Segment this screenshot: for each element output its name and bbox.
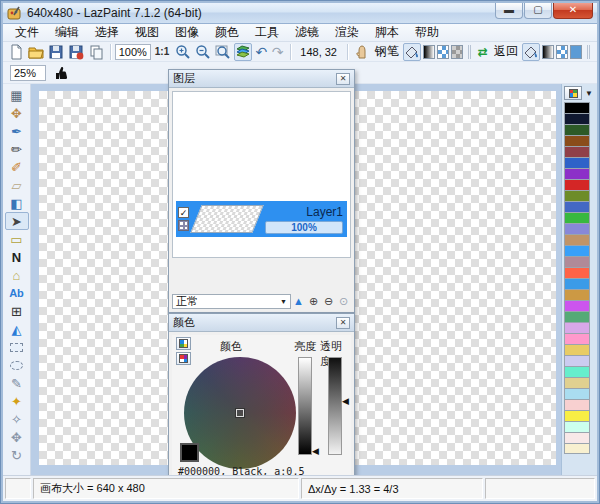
layer-opacity-droplet-icon[interactable]: ▲ [291, 295, 306, 307]
paste-color-button[interactable] [176, 352, 191, 365]
color-wheel[interactable] [184, 357, 296, 469]
select-ellipse-tool[interactable] [5, 356, 29, 374]
back-color-button[interactable] [522, 43, 540, 61]
rotate-selection-tool[interactable]: ↻ [5, 446, 29, 464]
palette-swatch[interactable] [564, 399, 590, 410]
palette-swatch[interactable] [564, 355, 590, 366]
pen-texture-swatch[interactable] [437, 45, 449, 59]
floodfill-tool[interactable]: ◧ [5, 194, 29, 212]
palette-swatch[interactable] [564, 443, 590, 454]
add-layer-icon[interactable]: ⊕ [306, 295, 321, 308]
undo-button[interactable]: ↶ [254, 43, 268, 61]
palette-swatch[interactable] [564, 124, 590, 135]
tolerance-field[interactable]: 25% [10, 65, 46, 81]
layer-thumbnail[interactable] [190, 205, 263, 233]
palette-menu-button[interactable] [564, 86, 582, 100]
toggle-layers-window-button[interactable] [234, 43, 252, 61]
menu-item[interactable]: 脚本 [367, 23, 407, 42]
palette-swatch[interactable] [564, 212, 590, 223]
polyline-tool[interactable]: N [5, 248, 29, 266]
palette-swatch[interactable] [564, 388, 590, 399]
pen-tool[interactable]: ✏ [5, 140, 29, 158]
swap-colors-button[interactable]: ⇄ [476, 43, 490, 61]
menu-item[interactable]: 帮助 [407, 23, 447, 42]
palette-swatch[interactable] [564, 157, 590, 168]
zoom-original-button[interactable]: 1:1 [152, 43, 172, 61]
zoom-out-button[interactable] [194, 43, 212, 61]
layers-panel-close-icon[interactable]: ✕ [336, 73, 350, 85]
back-gradient-swatch[interactable] [542, 45, 554, 59]
hand-mode-button[interactable] [353, 43, 371, 61]
palette-swatch[interactable] [564, 113, 590, 124]
palette-swatch[interactable] [564, 223, 590, 234]
menu-item[interactable]: 图像 [167, 23, 207, 42]
layer-row[interactable]: ✓ Layer1 100% [176, 201, 347, 237]
layer-grid-icon[interactable] [178, 220, 189, 231]
menu-item[interactable]: 滤镜 [287, 23, 327, 42]
move-selection-tool[interactable]: ✥ [5, 428, 29, 446]
remove-layer-icon[interactable]: ⊖ [321, 295, 336, 308]
hand-tool[interactable]: ✥ [5, 104, 29, 122]
colors-panel-titlebar[interactable]: 颜色 ✕ [169, 314, 354, 332]
zoom-in-button[interactable] [174, 43, 192, 61]
copy-button[interactable] [87, 43, 105, 61]
palette-swatch[interactable] [564, 146, 590, 157]
palette-swatch[interactable] [564, 432, 590, 443]
pen-pattern-swatch[interactable] [451, 45, 463, 59]
lightness-slider[interactable] [298, 357, 312, 455]
palette-swatch[interactable] [564, 421, 590, 432]
selection-brush-tool[interactable]: ✧ [5, 410, 29, 428]
palette-swatch[interactable] [564, 300, 590, 311]
magic-wand-tool[interactable]: ✦ [5, 392, 29, 410]
crop-tool[interactable]: ▦ [5, 86, 29, 104]
palette-swatch[interactable] [564, 311, 590, 322]
palette-swatch[interactable] [564, 201, 590, 212]
colors-panel-close-icon[interactable]: ✕ [336, 317, 350, 329]
redo-button[interactable]: ↷ [270, 43, 284, 61]
copy-color-button[interactable] [176, 337, 191, 350]
menu-item[interactable]: 颜色 [207, 23, 247, 42]
menu-item[interactable]: 视图 [127, 23, 167, 42]
edit-shape-tool[interactable]: ➤ [5, 212, 29, 230]
palette-swatch[interactable] [564, 333, 590, 344]
blend-mode-select[interactable]: 正常 ▼ [172, 294, 291, 309]
maximize-button[interactable]: ▢ [524, 3, 552, 19]
palette-swatch[interactable] [564, 190, 590, 201]
color-wheel-cursor[interactable] [236, 409, 244, 417]
menu-item[interactable]: 选择 [87, 23, 127, 42]
back-solid-swatch[interactable] [570, 45, 582, 59]
menu-item[interactable]: 渲染 [327, 23, 367, 42]
deformation-grid-tool[interactable]: ⊞ [5, 302, 29, 320]
palette-swatch[interactable] [564, 234, 590, 245]
perspective-tool[interactable]: ◭ [5, 320, 29, 338]
palette-swatch[interactable] [564, 179, 590, 190]
select-rect-tool[interactable] [5, 338, 29, 356]
eraser-tool[interactable]: ▱ [5, 176, 29, 194]
palette-dropdown-icon[interactable]: ▼ [585, 89, 593, 98]
palette-swatch[interactable] [564, 289, 590, 300]
menu-item[interactable]: 工具 [247, 23, 287, 42]
palette-swatch[interactable] [564, 135, 590, 146]
palette-swatch[interactable] [564, 168, 590, 179]
polygon-tool[interactable]: ⌂ [5, 266, 29, 284]
palette-swatch[interactable] [564, 278, 590, 289]
brush-tool[interactable]: ✐ [5, 158, 29, 176]
menu-item[interactable]: 文件 [7, 23, 47, 42]
layers-panel-titlebar[interactable]: 图层 ✕ [169, 70, 354, 88]
menu-item[interactable]: 编辑 [47, 23, 87, 42]
palette-swatch[interactable] [564, 267, 590, 278]
close-button[interactable]: ✕ [553, 3, 593, 19]
palette-swatch[interactable] [564, 102, 590, 113]
palette-swatch[interactable] [564, 245, 590, 256]
current-color-swatch[interactable] [180, 443, 199, 462]
pen-color-button[interactable] [403, 43, 421, 61]
layer-visibility-checkbox[interactable]: ✓ [178, 207, 189, 218]
pen-gradient-swatch[interactable] [423, 45, 435, 59]
save-as-button[interactable] [67, 43, 85, 61]
merge-layer-icon[interactable]: ⊙ [336, 295, 351, 308]
back-texture-swatch[interactable] [556, 45, 568, 59]
palette-swatch[interactable] [564, 344, 590, 355]
minimize-button[interactable]: ▬ [495, 3, 523, 19]
save-button[interactable] [47, 43, 65, 61]
rectangle-tool[interactable]: ▭ [5, 230, 29, 248]
